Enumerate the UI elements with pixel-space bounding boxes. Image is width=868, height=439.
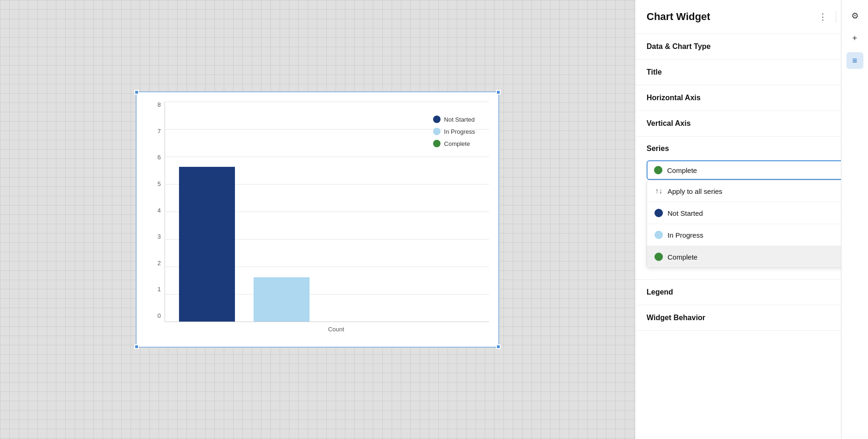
section-horizontal-axis[interactable]: Horizontal Axis › — [635, 85, 868, 111]
legend-dot-complete — [433, 140, 441, 147]
apply-all-item[interactable]: ↑↓ Apply to all series › — [647, 180, 856, 202]
legend-dot-in-progress — [433, 128, 441, 135]
sort-icon: ↑↓ — [654, 187, 663, 195]
legend-item-not-started: Not Started — [433, 116, 475, 123]
bar-not-started — [179, 167, 235, 322]
filter-icon: ≡ — [852, 56, 857, 66]
settings-icon: ⚙ — [851, 11, 859, 21]
header-divider — [836, 11, 836, 22]
menu-item-complete[interactable]: Complete — [647, 246, 856, 268]
panel-title: Chart Widget — [647, 11, 812, 23]
section-label-vertical-axis: Vertical Axis — [647, 119, 854, 128]
filter-toolbar-button[interactable]: ≡ — [847, 52, 863, 69]
chart-plot: Not Started In Progress Complete — [165, 102, 489, 333]
legend-label-in-progress: In Progress — [444, 128, 475, 135]
menu-item-in-progress[interactable]: In Progress — [647, 224, 856, 246]
series-dropdown-selected[interactable]: Complete ▼ — [647, 160, 857, 180]
bar-fill-in-progress — [254, 277, 310, 322]
menu-dot-in-progress — [654, 231, 663, 239]
section-label-horizontal-axis: Horizontal Axis — [647, 94, 854, 102]
y-label-7: 7 — [158, 128, 161, 134]
right-panel: Chart Widget ⋮ ✕ Data & Chart Type › Tit… — [635, 0, 868, 439]
selected-label: Complete — [667, 166, 839, 174]
apply-all-label: Apply to all series — [668, 187, 723, 195]
y-label-2: 2 — [158, 260, 161, 266]
canvas-area: 8 7 6 5 4 3 2 1 0 — [0, 0, 635, 439]
section-label-legend: Legend — [647, 288, 854, 296]
settings-toolbar-button[interactable]: ⚙ — [847, 7, 863, 24]
section-data-chart-type[interactable]: Data & Chart Type › — [635, 34, 868, 60]
y-label-1: 1 — [158, 286, 161, 292]
chart-body: 8 7 6 5 4 3 2 1 0 — [146, 102, 489, 333]
y-label-0: 0 — [158, 313, 161, 319]
bars-area: Not Started In Progress Complete — [165, 102, 489, 322]
section-label-data-chart-type: Data & Chart Type — [647, 42, 854, 51]
more-options-button[interactable]: ⋮ — [815, 9, 830, 24]
section-widget-behavior[interactable]: Widget Behavior › — [635, 305, 868, 331]
menu-label-not-started: Not Started — [668, 209, 703, 217]
x-label: Count — [165, 322, 489, 333]
section-label-title: Title — [647, 68, 854, 76]
panel-header: Chart Widget ⋮ ✕ — [635, 0, 868, 34]
handle-bottom-right[interactable] — [496, 344, 501, 349]
menu-label-complete: Complete — [668, 253, 697, 261]
y-label-4: 4 — [158, 207, 161, 213]
bar-fill-not-started — [179, 167, 235, 322]
legend-item-complete: Complete — [433, 140, 475, 147]
selected-dot — [654, 166, 662, 174]
series-header[interactable]: Series ∨ — [647, 144, 857, 153]
legend-item-in-progress: In Progress — [433, 128, 475, 135]
legend-label-complete: Complete — [444, 140, 470, 147]
y-label-6: 6 — [158, 154, 161, 160]
handle-top-right[interactable] — [496, 90, 501, 95]
chart-legend: Not Started In Progress Complete — [433, 116, 475, 147]
handle-top-left[interactable] — [134, 90, 139, 95]
series-title: Series — [647, 144, 851, 153]
legend-dot-not-started — [433, 116, 441, 123]
series-dropdown: Complete ▼ ↑↓ Apply to all series › Not … — [647, 160, 857, 268]
handle-bottom-left[interactable] — [134, 344, 139, 349]
section-title[interactable]: Title › — [635, 60, 868, 85]
series-dropdown-menu: ↑↓ Apply to all series › Not Started In … — [647, 180, 857, 268]
menu-label-in-progress: In Progress — [668, 231, 703, 239]
chart-inner: 8 7 6 5 4 3 2 1 0 — [146, 102, 489, 333]
bar-in-progress — [254, 277, 310, 322]
legend-label-not-started: Not Started — [444, 116, 475, 123]
right-toolbar: ⚙ + ≡ — [841, 0, 868, 439]
menu-dot-complete — [654, 253, 663, 261]
more-icon: ⋮ — [819, 12, 827, 22]
section-series: Series ∨ Complete ▼ ↑↓ Apply to all seri… — [635, 137, 868, 280]
y-axis: 8 7 6 5 4 3 2 1 0 — [146, 102, 165, 333]
section-legend[interactable]: Legend › — [635, 280, 868, 305]
y-label-8: 8 — [158, 102, 161, 108]
y-label-5: 5 — [158, 181, 161, 187]
chart-widget[interactable]: 8 7 6 5 4 3 2 1 0 — [136, 91, 499, 348]
menu-item-not-started[interactable]: Not Started — [647, 202, 856, 224]
section-vertical-axis[interactable]: Vertical Axis › — [635, 111, 868, 137]
section-label-widget-behavior: Widget Behavior — [647, 314, 854, 322]
add-icon: + — [852, 34, 857, 43]
y-label-3: 3 — [158, 233, 161, 240]
menu-dot-not-started — [654, 209, 663, 217]
add-toolbar-button[interactable]: + — [847, 30, 863, 47]
